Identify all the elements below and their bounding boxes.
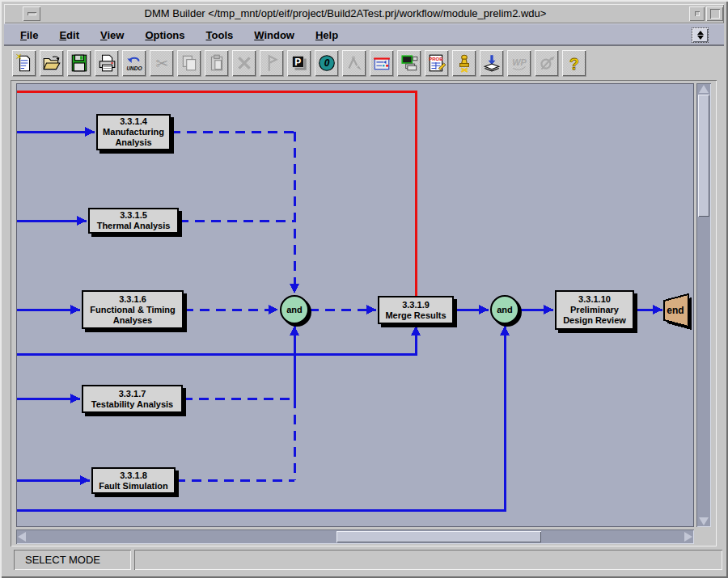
and-connector-1[interactable]: and (280, 295, 309, 324)
dashed-flow-lines[interactable] (171, 132, 376, 480)
and-connector-label: and (497, 305, 513, 314)
window-stack-icon (400, 53, 419, 73)
task-node-label: Fault Simulation (99, 481, 168, 492)
task-node-label: Functional & Timing (90, 305, 176, 315)
zero-tool-icon: 0 (317, 53, 336, 73)
task-node-label: Analyses (113, 315, 152, 326)
stamp-icon (455, 53, 474, 73)
task-node-thermal-analysis[interactable]: 3.3.1.5 Thermal Analysis (88, 208, 179, 234)
svg-text:✂: ✂ (155, 54, 168, 71)
save-button[interactable] (67, 50, 91, 76)
zero-tool-button[interactable]: 0 (315, 50, 338, 76)
scroll-left-icon[interactable] (18, 532, 26, 542)
task-node-testability-analysis[interactable]: 3.3.1.7 Testability Analysis (82, 385, 183, 413)
window-stack-button[interactable] (397, 50, 421, 76)
prob-edit-button[interactable]: PROB (425, 50, 448, 76)
menu-edit[interactable]: Edit (59, 29, 79, 41)
task-node-manufacturing-analysis[interactable]: 3.3.1.4 Manufacturing Analysis (96, 114, 171, 150)
stamp-button[interactable] (452, 50, 476, 76)
restore-icon (695, 11, 700, 16)
tag-tool-button[interactable] (260, 50, 283, 76)
paste-button[interactable] (205, 50, 228, 76)
and-connector-2[interactable]: and (490, 295, 519, 324)
undo-icon: UNDO (125, 53, 144, 73)
menubar-spinner[interactable] (692, 28, 708, 42)
scroll-up-icon[interactable] (699, 85, 709, 93)
copy-button[interactable] (177, 50, 201, 76)
task-node-functional-timing-analyses[interactable]: 3.3.1.6 Functional & Timing Analyses (82, 290, 184, 329)
scroll-right-icon[interactable] (684, 532, 692, 542)
open-file-icon (42, 53, 61, 73)
task-node-merge-results[interactable]: 3.3.1.9 Merge Results (378, 296, 454, 324)
cut-button[interactable]: ✂ (150, 50, 173, 76)
zero-tool-label: 0 (324, 57, 329, 69)
cut-icon: ✂ (152, 53, 171, 73)
menu-file[interactable]: File (20, 29, 38, 41)
menu-tools[interactable]: Tools (206, 29, 234, 41)
prob-edit-icon: PROB (427, 53, 447, 73)
mode-status-panel: SELECT MODE (14, 550, 131, 570)
help-label: ? (569, 54, 579, 72)
menu-help[interactable]: Help (315, 29, 338, 41)
help-button[interactable]: ? (562, 50, 586, 76)
task-node-id: 3.3.1.7 (119, 389, 146, 399)
window-title: DMM Builder </tmp_mnt/opt/eif/project/Bu… (48, 4, 643, 23)
menu-view[interactable]: View (100, 29, 124, 41)
task-node-label: Merge Results (385, 310, 446, 321)
vertical-scrollbar-thumb[interactable] (698, 95, 709, 217)
import-icon (482, 53, 502, 73)
dmm-builder-window: DMM Builder </tmp_mnt/opt/eif/project/Bu… (0, 0, 728, 578)
spinner-down-icon (697, 36, 704, 40)
mode-status-text: SELECT MODE (25, 554, 100, 566)
horizontal-scrollbar-thumb[interactable] (336, 531, 541, 542)
task-node-label: Manufacturing (103, 127, 164, 137)
task-node-fault-simulation[interactable]: 3.3.1.8 Fault Simulation (91, 467, 176, 494)
undo-button[interactable]: UNDO (122, 50, 146, 76)
task-node-label: Preliminary (570, 305, 619, 315)
open-file-button[interactable] (40, 50, 63, 76)
p-tool-button[interactable]: P (287, 50, 311, 76)
maximize-icon (710, 9, 720, 19)
flow-properties-button[interactable] (370, 50, 393, 76)
task-node-preliminary-design-review[interactable]: 3.3.1.10 Preliminary Design Review (555, 290, 634, 330)
new-document-button[interactable] (12, 50, 36, 76)
message-status-panel (134, 550, 722, 570)
toolbar: UNDO ✂ P 0 PROB WP (4, 46, 724, 79)
delete-button[interactable] (232, 50, 256, 76)
trace-tool-button[interactable] (535, 50, 558, 76)
menubar: File Edit View Options Tools Window Help (4, 23, 724, 46)
maximize-button[interactable] (706, 6, 723, 21)
restore-button[interactable] (689, 6, 705, 21)
p-tool-label: P (294, 56, 301, 67)
task-node-id: 3.3.1.8 (120, 470, 147, 481)
scroll-down-icon[interactable] (699, 517, 709, 525)
task-node-label: Design Review (563, 315, 626, 326)
measure-tool-button[interactable] (342, 50, 366, 76)
new-document-icon (15, 53, 34, 73)
task-node-id: 3.3.1.4 (120, 116, 147, 127)
spinner-up-icon (697, 31, 704, 35)
p-tool-icon: P (290, 53, 309, 73)
minimize-icon (28, 12, 36, 15)
critical-path-line[interactable] (17, 91, 416, 296)
copy-icon (180, 53, 199, 73)
delete-icon (235, 53, 254, 73)
minimize-button[interactable] (23, 6, 40, 21)
import-button[interactable] (480, 50, 503, 76)
trace-tool-icon (537, 53, 557, 73)
task-node-id: 3.3.1.10 (578, 294, 611, 305)
print-button[interactable] (95, 50, 118, 76)
menu-options[interactable]: Options (145, 29, 184, 41)
wp-tool-label: WP (512, 57, 527, 67)
menu-window[interactable]: Window (254, 29, 294, 41)
task-node-label: Analysis (115, 137, 151, 148)
vertical-scrollbar[interactable] (696, 83, 711, 527)
measure-tool-icon (345, 53, 364, 73)
save-icon (70, 53, 89, 73)
horizontal-scrollbar[interactable] (16, 529, 694, 544)
workflow-canvas[interactable]: 3.3.1.4 Manufacturing Analysis 3.3.1.5 T… (16, 83, 694, 527)
wp-tool-button[interactable]: WP (507, 50, 531, 76)
task-node-label: Thermal Analysis (97, 221, 171, 231)
titlebar[interactable]: DMM Builder </tmp_mnt/opt/eif/project/Bu… (4, 4, 724, 23)
help-icon: ? (565, 53, 584, 73)
